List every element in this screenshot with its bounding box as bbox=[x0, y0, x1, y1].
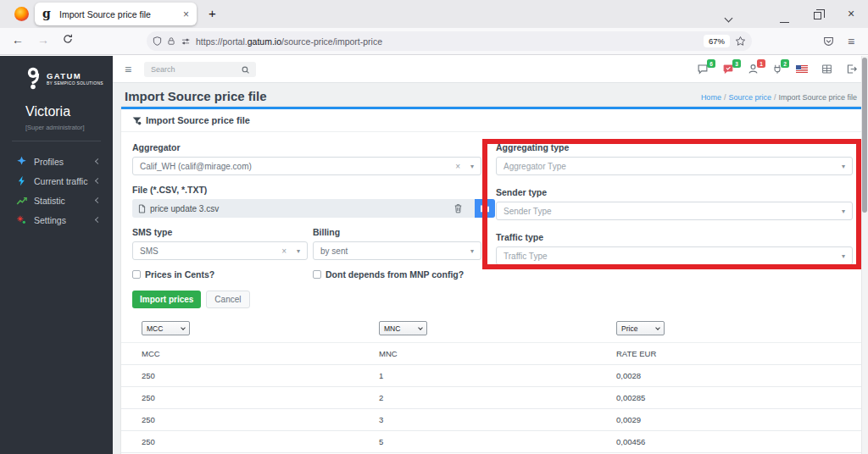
tab-close-icon[interactable]: × bbox=[183, 8, 189, 20]
pocket-icon[interactable] bbox=[823, 36, 834, 47]
price-column-select[interactable]: Price bbox=[616, 321, 665, 335]
forward-button[interactable]: → bbox=[37, 33, 49, 47]
sidebar-divider bbox=[12, 141, 101, 141]
minimize-button[interactable] bbox=[780, 14, 789, 25]
brand-subtitle: BY SEMPICO SOLUTIONS bbox=[47, 81, 103, 86]
sidebar-item-profiles[interactable]: Profiles bbox=[0, 152, 113, 171]
checkbox-icon[interactable] bbox=[313, 270, 321, 279]
sidebar-item-current-traffic[interactable]: Current traffic bbox=[0, 171, 113, 191]
table-row: 25020,00285 bbox=[121, 387, 861, 409]
profiles-icon bbox=[16, 156, 27, 167]
chevron-left-icon bbox=[95, 158, 101, 164]
col-header-mnc: MNC bbox=[379, 349, 616, 358]
window-close-button[interactable]: × bbox=[848, 7, 854, 20]
menu-hamburger-icon[interactable]: ≡ bbox=[848, 35, 854, 48]
alerts-badge: 3 bbox=[732, 59, 741, 68]
messages-badge: 6 bbox=[707, 59, 715, 68]
billing-select[interactable]: by sent ▾ bbox=[313, 241, 481, 260]
gatum-logo[interactable]: GATUM BY SEMPICO SOLUTIONS bbox=[0, 56, 113, 90]
file-icon bbox=[138, 204, 146, 213]
back-button[interactable]: ← bbox=[12, 33, 24, 47]
sidebar-item-label: Profiles bbox=[34, 157, 64, 167]
breadcrumb-source-price-link[interactable]: Source price bbox=[728, 93, 771, 102]
browser-window: g Import Source price file × + × ← → htt… bbox=[0, 0, 868, 454]
delete-file-button[interactable] bbox=[453, 203, 470, 213]
gatum-favicon-icon: g bbox=[42, 8, 53, 19]
permissions-icon[interactable] bbox=[181, 37, 191, 46]
sidebar: GATUM BY SEMPICO SOLUTIONS Victoria [Sup… bbox=[0, 56, 113, 454]
chevron-down-icon bbox=[181, 325, 186, 330]
app-navbar: ≡ Search 6 3 1 bbox=[113, 56, 868, 83]
cancel-button[interactable]: Cancel bbox=[206, 291, 249, 308]
browser-tab[interactable]: g Import Source price file × bbox=[35, 3, 197, 25]
col-header-rate: RATE EUR bbox=[616, 349, 861, 358]
apps-grid-icon[interactable] bbox=[821, 64, 832, 75]
checkbox-label: Prices in Cents? bbox=[145, 269, 214, 280]
traffic-icon bbox=[16, 175, 27, 186]
page-scrollbar[interactable] bbox=[861, 56, 868, 454]
chevron-down-icon bbox=[655, 325, 660, 330]
shield-icon[interactable] bbox=[153, 36, 162, 46]
import-prices-button[interactable]: Import prices bbox=[132, 291, 201, 308]
chevron-down-icon: ▾ bbox=[470, 247, 474, 255]
search-input[interactable]: Search bbox=[144, 62, 256, 77]
file-input[interactable]: price update 3.csv bbox=[132, 199, 495, 218]
chevron-down-icon: ▾ bbox=[470, 163, 474, 170]
chevron-left-icon bbox=[95, 178, 101, 184]
chevron-left-icon bbox=[95, 197, 101, 203]
mnp-config-checkbox[interactable]: Dont depends from MNP config? bbox=[313, 269, 481, 280]
zoom-level-chip[interactable]: 67% bbox=[704, 35, 730, 47]
table-header-row: MCC MNC RATE EUR bbox=[121, 343, 861, 365]
browser-titlebar: g Import Source price file × + × bbox=[0, 0, 868, 28]
alerts-button[interactable]: 3 bbox=[722, 64, 734, 75]
breadcrumb: Home/Source price/Import Source price fi… bbox=[701, 93, 857, 102]
connections-button[interactable]: 2 bbox=[772, 64, 782, 75]
scrollbar-thumb[interactable] bbox=[862, 58, 867, 213]
chevron-down-icon bbox=[418, 325, 423, 330]
search-icon[interactable] bbox=[242, 66, 249, 74]
chevron-down-icon: ▾ bbox=[297, 247, 300, 255]
clear-icon[interactable]: × bbox=[455, 162, 460, 171]
app-page: GATUM BY SEMPICO SOLUTIONS Victoria [Sup… bbox=[0, 56, 868, 454]
connections-badge: 2 bbox=[781, 59, 789, 68]
reload-button[interactable] bbox=[63, 34, 73, 44]
search-placeholder: Search bbox=[151, 65, 175, 74]
sms-type-value: SMS bbox=[140, 246, 159, 256]
filter-funnel-icon bbox=[132, 116, 142, 125]
table-row: 25010,0028 bbox=[121, 365, 861, 387]
users-button[interactable]: 1 bbox=[748, 64, 759, 75]
prices-in-cents-checkbox[interactable]: Prices in Cents? bbox=[132, 269, 308, 280]
table-row: 25050,00456 bbox=[121, 431, 861, 453]
tab-list-chevron-icon[interactable] bbox=[726, 12, 732, 24]
chevron-left-icon bbox=[95, 217, 101, 223]
bookmark-star-icon[interactable] bbox=[735, 36, 746, 47]
sidebar-item-settings[interactable]: Settings bbox=[0, 210, 113, 230]
aggregator-label: Aggregator bbox=[132, 142, 481, 152]
clear-icon[interactable]: × bbox=[281, 246, 287, 256]
trash-icon bbox=[453, 203, 463, 213]
language-flag-icon[interactable] bbox=[796, 65, 808, 73]
statistic-icon bbox=[16, 195, 27, 206]
user-name: Victoria bbox=[25, 104, 70, 119]
restore-button[interactable] bbox=[814, 10, 821, 22]
sms-type-select[interactable]: SMS × ▾ bbox=[132, 241, 308, 260]
lock-icon[interactable] bbox=[167, 36, 175, 46]
new-tab-button[interactable]: + bbox=[209, 6, 216, 20]
sidebar-item-label: Settings bbox=[34, 215, 66, 225]
aggregator-select[interactable]: Calif_WH (calif@mirage.com) × ▾ bbox=[132, 157, 481, 175]
checkbox-icon[interactable] bbox=[132, 270, 141, 279]
mcc-column-select[interactable]: MCC bbox=[142, 321, 190, 335]
billing-label: Billing bbox=[313, 227, 481, 237]
firefox-icon[interactable] bbox=[14, 7, 29, 21]
mnc-column-select[interactable]: MNC bbox=[379, 321, 427, 335]
breadcrumb-home-link[interactable]: Home bbox=[701, 93, 721, 102]
sidebar-toggle-icon[interactable]: ≡ bbox=[125, 63, 131, 76]
sidebar-item-label: Statistic bbox=[34, 196, 65, 206]
logout-icon[interactable] bbox=[846, 64, 857, 75]
url-bar[interactable]: https://portal.gatum.io/source-price/imp… bbox=[147, 31, 752, 51]
messages-button[interactable]: 6 bbox=[697, 64, 709, 75]
price-preview-table: MCC MNC Price MCC MNC RATE EUR 25010,002… bbox=[121, 321, 861, 454]
annotation-highlight-box bbox=[482, 139, 861, 269]
sidebar-item-statistic[interactable]: Statistic bbox=[0, 191, 113, 210]
col-header-mcc: MCC bbox=[142, 349, 379, 358]
